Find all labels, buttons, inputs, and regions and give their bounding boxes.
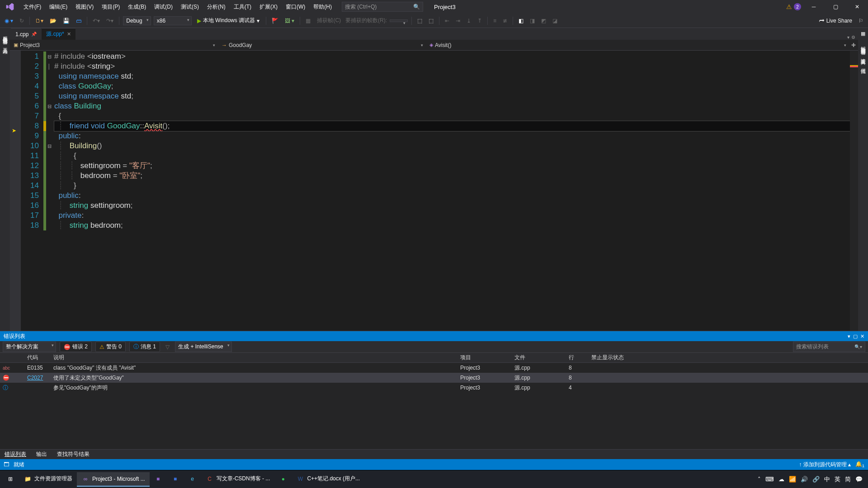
error-table-header[interactable]: 代码 说明 项目 文件 行 禁止显示状态 [0, 353, 868, 363]
save-all-button[interactable]: 🗃 [74, 17, 83, 25]
taskbar-item[interactable]: WC++笔记.docx (用户... [292, 472, 364, 487]
tray-up-icon[interactable]: ˄ [758, 476, 761, 483]
nav-class-dropdown[interactable]: → GoodGay [218, 42, 426, 48]
tb-icon-a[interactable]: ⬚ [415, 17, 424, 25]
nav-scope-dropdown[interactable]: ▣ Project3 [10, 42, 218, 48]
warnings-filter-pill[interactable]: ⚠警告 0 [95, 342, 126, 352]
tray-keyboard-icon[interactable]: ⌨ [765, 476, 774, 483]
close-button[interactable]: ✕ [848, 0, 866, 14]
tb-comment-b[interactable]: ≢ [501, 17, 509, 25]
feedback-button[interactable]: ⚐ [857, 17, 865, 25]
ime-lang1[interactable]: 中 [824, 475, 830, 483]
menu-窗口(W)[interactable]: 窗口(W) [282, 1, 309, 13]
tray-link-icon[interactable]: 🔗 [812, 476, 820, 483]
undo-button[interactable]: ↶▾ [91, 17, 102, 25]
tb-bm-a[interactable]: ◨ [528, 17, 537, 25]
menu-调试(D)[interactable]: 调试(D) [151, 1, 176, 13]
tb-step-b[interactable]: ⇥ [454, 17, 462, 25]
tb-bm-c[interactable]: ◪ [551, 17, 559, 25]
diagnostic-tools-tab[interactable]: 诊断工具 [859, 52, 868, 59]
tray-action-center-icon[interactable]: 💬 [855, 476, 863, 483]
tb-step-d[interactable]: ⤒ [476, 17, 484, 25]
error-list-title-bar[interactable]: 错误列表 ▾ ▢ ✕ [0, 331, 868, 341]
pin-icon[interactable]: 📌 [31, 32, 37, 37]
tray-cloud-icon[interactable]: ☁ [778, 476, 784, 483]
system-tray[interactable]: ˄ ⌨ ☁ 📶 🔊 🔗 中 英 简 💬 [758, 475, 866, 483]
doc-tab[interactable]: 源.cpp*✕ [42, 28, 75, 40]
redo-button[interactable]: ↷▾ [104, 17, 115, 25]
nav-forward-button[interactable]: ↻ [18, 17, 26, 25]
flag-button[interactable]: 🚩 [270, 17, 280, 25]
messages-filter-pill[interactable]: ⓘ消息 1 [129, 342, 160, 352]
tray-wifi-icon[interactable]: 📶 [789, 476, 796, 483]
overview-ruler[interactable] [850, 51, 858, 331]
menu-生成(B)[interactable]: 生成(B) [124, 1, 150, 13]
bottom-tab[interactable]: 输出 [34, 450, 49, 459]
menu-分析(N)[interactable]: 分析(N) [203, 1, 229, 13]
error-row[interactable]: abc E0135 class "GoodGay" 没有成员 "Avisit" … [0, 363, 868, 373]
tb-icon-b[interactable]: ⬚ [427, 17, 435, 25]
code-editor[interactable]: ➤ 123456789101112131415161718 ⊟│⊟⊟ # inc… [10, 51, 858, 331]
breakpoint-gutter[interactable]: ➤ [10, 51, 21, 331]
panel-close-icon[interactable]: ✕ [860, 333, 864, 339]
tb-bm-b[interactable]: ◩ [539, 17, 548, 25]
server-explorer-tab[interactable]: 服务器资源管理器 [1, 30, 9, 39]
panel-pin-icon[interactable]: ▢ [853, 333, 858, 339]
ime-lang3[interactable]: 简 [845, 475, 851, 483]
taskbar-item[interactable]: ■ [150, 472, 167, 487]
global-search-input[interactable]: 搜索 (Ctrl+Q) 🔍 [342, 2, 423, 12]
menu-编辑(E)[interactable]: 编辑(E) [46, 1, 71, 13]
taskbar-item[interactable]: ■ [167, 472, 184, 487]
col-suppress[interactable]: 禁止显示状态 [591, 354, 646, 361]
toolbox-tab[interactable]: 工具箱 [1, 42, 9, 48]
taskbar-item[interactable]: e [184, 472, 201, 487]
ime-lang2[interactable]: 英 [835, 475, 840, 483]
panel-dropdown-icon[interactable]: ▾ [848, 333, 850, 339]
config-dropdown[interactable]: Debug [123, 16, 151, 25]
errors-filter-pill[interactable]: ⛔错误 2 [60, 342, 92, 352]
menu-项目(P)[interactable]: 项目(P) [98, 1, 123, 13]
col-proj[interactable]: 项目 [460, 354, 514, 361]
col-line[interactable]: 行 [569, 354, 591, 361]
error-mode-dropdown[interactable]: 生成 + IntelliSense [175, 342, 232, 352]
menu-工具(T)[interactable]: 工具(T) [230, 1, 255, 13]
nav-back-button[interactable]: ◉ ▾ [3, 17, 15, 25]
tray-volume-icon[interactable]: 🔊 [801, 476, 808, 483]
save-button[interactable]: 💾 [61, 17, 71, 25]
properties-tab[interactable]: 属性 [859, 62, 868, 68]
start-debug-button[interactable]: ▶ 本地 Windows 调试器 ▾ [194, 16, 262, 25]
bookmark-button[interactable]: ◧ [517, 17, 525, 25]
image-button[interactable]: 🖼 ▾ [283, 17, 296, 25]
error-search-input[interactable]: 搜索错误列表 🔍▾ [793, 342, 865, 352]
taskbar-item[interactable]: ∞Project3 - Microsoft ... [77, 472, 150, 487]
taskbar-item[interactable]: ⊞ [2, 472, 19, 487]
doc-tab[interactable]: 1.cpp📌 [11, 28, 41, 40]
tabs-settings-icon[interactable]: ⚙ [851, 35, 855, 40]
error-row[interactable]: ⓘ 参见"GoodGay"的声明 Project3 源.cpp 4 [0, 383, 868, 393]
capture-frame-button[interactable]: 捕获帧(C) [315, 16, 343, 25]
source-control-button[interactable]: ↑ 添加到源代码管理 ▴ [799, 461, 851, 469]
code-content[interactable]: # include <iostream># include <string> u… [52, 51, 850, 331]
taskbar-item[interactable]: C写文章-CSDN博客 - ... [201, 472, 275, 487]
tabs-dropdown-icon[interactable]: ▾ [847, 35, 849, 40]
solution-explorer-tab[interactable]: 解决方案资源管理器 [859, 40, 868, 49]
col-code[interactable]: 代码 [27, 354, 53, 361]
menu-测试(S)[interactable]: 测试(S) [177, 1, 203, 13]
new-file-button[interactable]: 🗋▾ [33, 17, 45, 25]
strip-icon-a[interactable]: ▦ [859, 30, 867, 37]
open-file-button[interactable]: 📂 [48, 17, 58, 25]
maximize-button[interactable]: ▢ [826, 0, 844, 14]
menu-文件(F)[interactable]: 文件(F) [20, 1, 45, 13]
tb-step-a[interactable]: ⇤ [443, 17, 451, 25]
tb-step-c[interactable]: ⤓ [465, 17, 473, 25]
col-file[interactable]: 文件 [514, 354, 569, 361]
notifications-icon[interactable]: 🔔1 [855, 461, 864, 468]
col-desc[interactable]: 说明 [53, 354, 460, 361]
filter-button[interactable]: ▽ [164, 343, 171, 351]
nav-member-dropdown[interactable]: ◈ Avisit() [426, 42, 849, 48]
menu-视图(V)[interactable]: 视图(V) [72, 1, 97, 13]
status-output-icon[interactable]: 🗔 [4, 461, 9, 468]
minimize-button[interactable]: ─ [805, 0, 823, 14]
fold-gutter[interactable]: ⊟│⊟⊟ [46, 51, 52, 331]
live-share-button[interactable]: ⮫ Live Share [819, 18, 852, 24]
